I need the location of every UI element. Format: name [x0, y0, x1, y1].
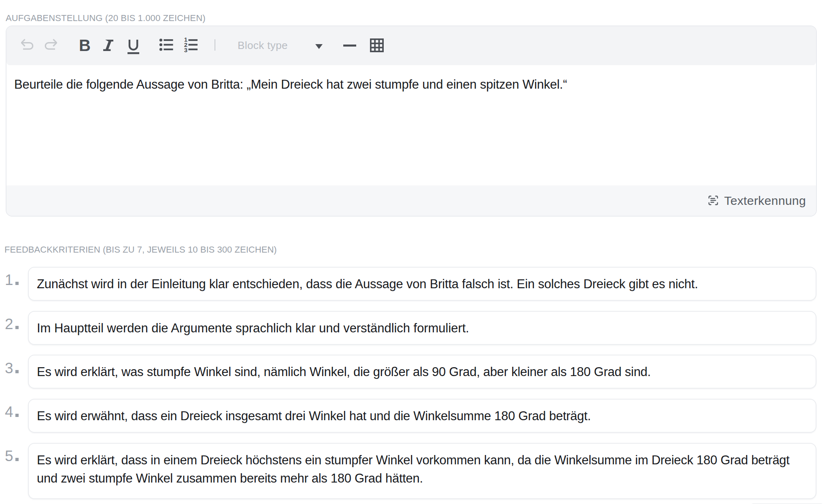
- svg-text:3: 3: [184, 47, 187, 53]
